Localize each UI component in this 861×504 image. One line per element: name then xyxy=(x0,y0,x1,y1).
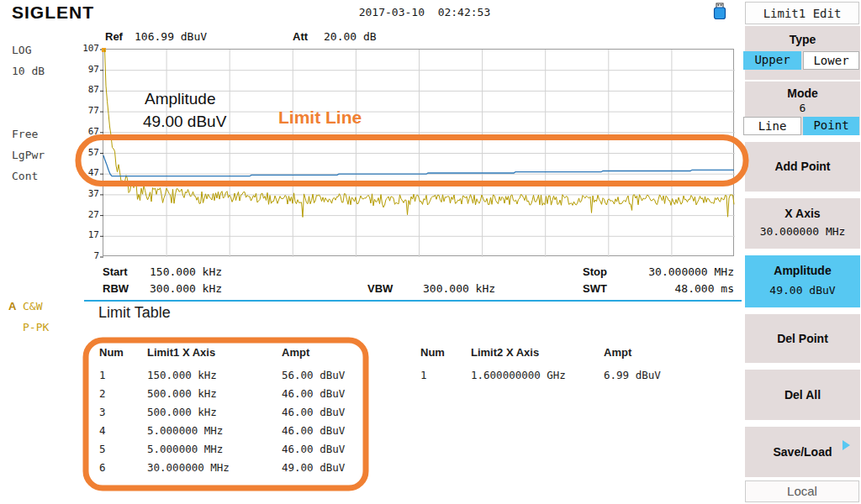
limit1-row-cell: 46.00 dBuV xyxy=(282,443,376,455)
limit1-row-cell: 4 xyxy=(99,424,147,437)
limit1-row-cell: 3 xyxy=(99,406,147,418)
limit2-row-cell: 6.99 dBuV xyxy=(604,369,698,381)
mode-line-button[interactable]: Line xyxy=(743,117,801,135)
y-tick-label: 7 xyxy=(71,250,99,261)
type-lower-button[interactable]: Lower xyxy=(803,51,859,70)
detector-readout: P-PK xyxy=(23,321,49,333)
limit1-row-cell: 46.00 dBuV xyxy=(282,424,376,437)
limit2-col-xaxis: Limit2 X Axis xyxy=(471,346,604,363)
limit2-col-ampt: Ampt xyxy=(604,346,698,363)
stop-value: 30.000000 MHz xyxy=(608,265,734,278)
limit1-row-cell: 46.00 dBuV xyxy=(282,406,376,418)
y-tick-label: 77 xyxy=(71,105,99,116)
ref-label: Ref xyxy=(105,30,123,43)
limit1-row-cell: 2 xyxy=(99,387,147,400)
annotation-limit-line-label: Limit Line xyxy=(278,108,362,128)
y-tick-label: 17 xyxy=(71,229,99,240)
limit1-table: Num Limit1 X Axis Ampt 1 150.000 kHz 56.… xyxy=(99,346,376,474)
y-tick-label: 57 xyxy=(71,147,99,158)
limit1-col-xaxis: Limit1 X Axis xyxy=(147,346,282,363)
y-tick-label: 87 xyxy=(71,84,99,95)
scale-div-readout: 10 dB xyxy=(12,65,45,77)
y-tick-label: 27 xyxy=(71,209,99,220)
mode-label: Mode xyxy=(745,87,860,100)
save-load-button[interactable]: Save/Load xyxy=(745,427,860,477)
type-label: Type xyxy=(745,33,860,46)
vbw-label: VBW xyxy=(367,282,393,295)
limit1-col-ampt: Ampt xyxy=(282,346,376,363)
limit2-row-cell: 1 xyxy=(420,369,471,381)
spectrum-plot xyxy=(103,49,734,256)
limit1-row-cell: 5.000000 MHz xyxy=(147,443,282,455)
x-axis-value: 30.000000 MHz xyxy=(745,225,860,238)
menu-title-limit1-edit: Limit1 Edit xyxy=(745,2,859,24)
submenu-arrow-icon xyxy=(843,440,850,450)
limit1-row-cell: 5 xyxy=(99,443,147,455)
y-tick-label: 97 xyxy=(71,64,99,75)
siglent-logo: SIGLENT xyxy=(12,3,94,23)
limit1-row-cell: 46.00 dBuV xyxy=(282,387,376,400)
trigger-free-readout: Free xyxy=(12,128,38,140)
start-label: Start xyxy=(103,265,128,278)
mode-value: 6 xyxy=(745,102,860,114)
x-axis-label: X Axis xyxy=(745,207,860,220)
x-axis-softkey[interactable] xyxy=(745,198,860,249)
usb-device-icon xyxy=(712,3,727,20)
del-point-button[interactable]: Del Point xyxy=(745,314,860,363)
limit2-table: Num Limit2 X Axis Ampt 1 1.600000000 GHz… xyxy=(420,346,698,381)
ref-value: 106.99 dBuV xyxy=(135,30,207,43)
trace-mode-readout: C&W xyxy=(23,300,42,312)
limit1-row-cell: 6 xyxy=(99,461,147,474)
annotation-amplitude-value: 49.00 dBuV xyxy=(143,113,226,131)
limit1-row-cell: 49.00 dBuV xyxy=(282,461,376,474)
lgpwr-readout: LgPwr xyxy=(12,149,45,161)
swt-value: 48.000 ms xyxy=(608,282,734,295)
cont-sweep-readout: Cont xyxy=(12,170,38,182)
instrument-screen: SIGLENT 2017-03-10 02:42:53 LOG 10 dB Fr… xyxy=(0,0,861,504)
limit2-row-cell: 1.600000000 GHz xyxy=(471,369,604,381)
limit1-row-cell: 150.000 kHz xyxy=(147,369,282,381)
limit-table-title: Limit Table xyxy=(98,304,171,322)
att-label: Att xyxy=(293,30,308,43)
y-tick-label: 37 xyxy=(71,188,99,199)
limit1-row-cell: 30.000000 MHz xyxy=(147,461,282,474)
section-divider xyxy=(84,300,742,302)
y-tick-label: 107 xyxy=(71,43,99,54)
scale-type-readout: LOG xyxy=(12,44,31,56)
amplitude-label: Amplitude xyxy=(745,264,860,277)
stop-label: Stop xyxy=(583,265,607,278)
type-upper-button[interactable]: Upper xyxy=(743,51,801,70)
annotation-amplitude-label: Amplitude xyxy=(145,90,216,108)
limit1-col-num: Num xyxy=(99,346,147,363)
datetime-display: 2017-03-10 02:42:53 xyxy=(353,6,496,18)
rbw-value: 300.000 kHz xyxy=(150,282,222,295)
limit1-row-cell: 56.00 dBuV xyxy=(282,369,376,381)
vbw-value: 300.000 kHz xyxy=(423,282,495,295)
del-all-button[interactable]: Del All xyxy=(745,370,860,420)
y-tick-label: 47 xyxy=(71,167,99,178)
limit1-row-cell: 500.000 kHz xyxy=(147,387,282,400)
limit1-row-cell: 500.000 kHz xyxy=(147,406,282,418)
mode-point-button[interactable]: Point xyxy=(803,117,859,135)
limit2-col-num: Num xyxy=(420,346,471,363)
start-value: 150.000 kHz xyxy=(150,265,222,278)
add-point-button[interactable]: Add Point xyxy=(745,142,860,192)
trace-a-label: A xyxy=(8,300,16,312)
rbw-label: RBW xyxy=(103,282,129,295)
limit1-row-cell: 5.000000 MHz xyxy=(147,424,282,437)
y-tick-label: 67 xyxy=(71,126,99,137)
swt-label: SWT xyxy=(583,282,607,295)
limit1-row-cell: 1 xyxy=(99,369,147,381)
amplitude-value: 49.00 dBuV xyxy=(745,284,860,297)
local-button[interactable]: Local xyxy=(745,480,859,502)
trace-canvas xyxy=(103,50,735,257)
att-value: 20.00 dB xyxy=(324,30,377,43)
